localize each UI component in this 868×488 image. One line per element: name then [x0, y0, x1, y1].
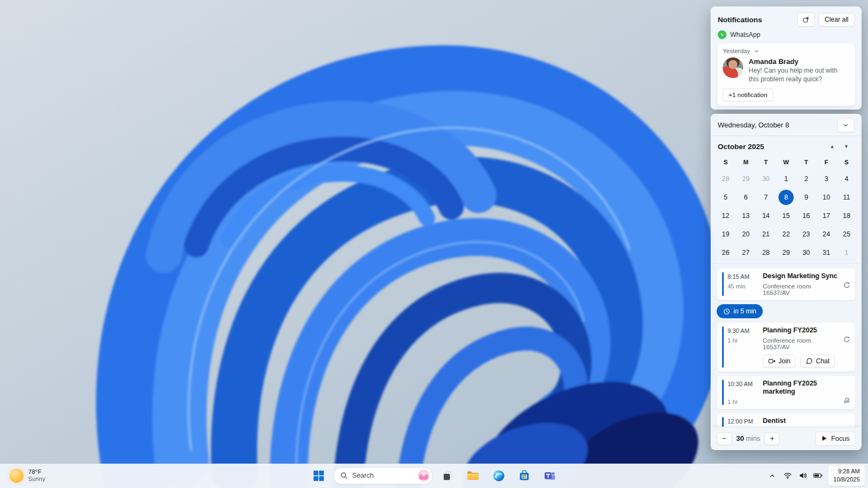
calendar-day-of-week: S: [837, 155, 857, 170]
more-notifications-button[interactable]: +1 notification: [723, 88, 773, 101]
calendar-day[interactable]: 21: [756, 225, 776, 243]
hidden-icons-button[interactable]: [765, 467, 779, 484]
teams-icon: [544, 470, 556, 481]
notification-card[interactable]: Yesterday Amanda Brady Hey! Can you help…: [717, 43, 856, 106]
event-card[interactable]: 12:00 PMDentist1 hrRedmond Dentistry: [717, 413, 856, 427]
chevron-up-icon: [769, 472, 776, 479]
chat-button[interactable]: Chat: [800, 355, 835, 368]
avatar: [723, 57, 743, 78]
notification-message-text: Hey! Can you help me out with this probl…: [749, 67, 847, 84]
battery-button[interactable]: [811, 467, 825, 484]
wifi-icon: [783, 471, 792, 480]
calendar-day[interactable]: 20: [736, 225, 756, 243]
calendar-day[interactable]: 7: [756, 188, 776, 207]
calendar-day[interactable]: 12: [716, 207, 736, 225]
calendar-day[interactable]: 19: [716, 225, 736, 243]
calendar-day[interactable]: 14: [756, 207, 776, 225]
calendar-day[interactable]: 4: [837, 170, 857, 188]
calendar-day[interactable]: 26: [716, 243, 736, 262]
start-button[interactable]: [308, 465, 329, 486]
battery-icon: [813, 471, 823, 480]
event-actions: JoinChat: [763, 355, 838, 368]
event-accent-bar: [722, 380, 724, 405]
clock-icon: [723, 308, 730, 315]
play-icon: [821, 435, 827, 441]
action-label: Chat: [816, 357, 829, 365]
calendar-day[interactable]: 13: [736, 207, 756, 225]
calendar-day[interactable]: 11: [837, 188, 857, 207]
notification-settings-button[interactable]: [797, 12, 815, 27]
calendar-day[interactable]: 29: [776, 243, 796, 262]
task-view-button[interactable]: [437, 465, 458, 486]
search-box[interactable]: Search: [333, 467, 433, 484]
calendar-day[interactable]: 31: [816, 243, 837, 262]
file-explorer-button[interactable]: [462, 465, 484, 486]
calendar-day[interactable]: 30: [796, 243, 816, 262]
calendar-day[interactable]: 29: [736, 170, 756, 188]
calendar-day-number: 21: [758, 227, 774, 242]
microsoft-store-button[interactable]: [513, 465, 535, 486]
event-card[interactable]: 10:30 AMPlanning FY2025 marketing1 hr: [717, 375, 856, 409]
calendar-day[interactable]: 22: [776, 225, 796, 243]
calendar-day[interactable]: 6: [736, 188, 756, 207]
event-title: Dentist: [763, 417, 838, 425]
notifications-title: Notifications: [718, 16, 794, 24]
calendar-prev-month-button[interactable]: ▲: [825, 144, 839, 149]
calendar-day[interactable]: 1: [776, 170, 796, 188]
calendar-day[interactable]: 27: [736, 243, 756, 262]
agenda-list[interactable]: 8:15 AMDesign Marketing Sync45 minConfer…: [711, 263, 861, 427]
event-card[interactable]: 9:30 AMPlanning FY20251 hrConference roo…: [717, 322, 856, 372]
event-location: Conference room 16537/AV: [763, 283, 838, 296]
event-card[interactable]: 8:15 AMDesign Marketing Sync45 minConfer…: [717, 268, 856, 300]
repeat-icon: [840, 280, 851, 289]
calendar-day-of-week: F: [816, 155, 837, 170]
calendar-day-selected[interactable]: 8: [776, 188, 796, 207]
calendar-day[interactable]: 5: [716, 188, 736, 207]
event-time: 8:15 AM: [727, 272, 761, 280]
notification-group-row[interactable]: Yesterday: [723, 48, 850, 54]
calendar-day[interactable]: 2: [796, 170, 816, 188]
volume-button[interactable]: [796, 467, 809, 484]
calendar-day[interactable]: 9: [796, 188, 816, 207]
calendar-day[interactable]: 28: [756, 243, 776, 262]
join-button[interactable]: Join: [763, 355, 796, 368]
event-title: Planning FY2025 marketing: [763, 380, 838, 396]
calendar-day[interactable]: 3: [816, 170, 837, 188]
calendar-day[interactable]: 17: [816, 207, 837, 225]
calendar-day-of-week: T: [756, 155, 776, 170]
wifi-button[interactable]: [781, 467, 794, 484]
clock[interactable]: 9:28 AM 10/8/2025: [828, 465, 865, 486]
calendar-next-month-button[interactable]: ▼: [839, 144, 853, 149]
clock-time: 9:28 AM: [833, 467, 860, 476]
calendar-day-number: 9: [799, 190, 814, 205]
focus-start-button[interactable]: Focus: [815, 432, 856, 446]
whatsapp-icon: [718, 30, 726, 39]
calendar-collapse-button[interactable]: [837, 118, 854, 132]
calendar-panel: Wednesday, October 8 October 2025 ▲ ▼ SM…: [711, 114, 861, 450]
focus-increase-button[interactable]: +: [764, 432, 780, 445]
event-time: 12:00 PM: [727, 417, 761, 425]
clear-all-button[interactable]: Clear all: [819, 13, 854, 27]
calendar-day[interactable]: 15: [776, 207, 796, 225]
calendar-date-header: Wednesday, October 8: [718, 121, 837, 129]
calendar-day[interactable]: 1: [837, 243, 857, 262]
calendar-day[interactable]: 25: [837, 225, 857, 243]
calendar-day[interactable]: 23: [796, 225, 816, 243]
edge-button[interactable]: [488, 465, 509, 486]
event-time: 10:30 AM: [727, 380, 761, 387]
weather-temperature: 78°F: [28, 468, 45, 476]
calendar-day[interactable]: 16: [796, 207, 816, 225]
event-title: Planning FY2025: [763, 326, 838, 335]
focus-decrease-button[interactable]: −: [717, 432, 732, 445]
calendar-day-number: 11: [839, 190, 854, 205]
teams-button[interactable]: [539, 465, 560, 486]
calendar-day[interactable]: 10: [816, 188, 837, 207]
calendar-day[interactable]: 28: [716, 170, 736, 188]
repeat-icon: [840, 335, 851, 343]
calendar-day[interactable]: 24: [816, 225, 837, 243]
upcoming-badge-label: in 5 min: [733, 307, 756, 315]
calendar-day[interactable]: 18: [837, 207, 857, 225]
weather-widget[interactable]: 78°F Sunny: [4, 465, 50, 486]
calendar-day[interactable]: 30: [756, 170, 776, 188]
calendar-day-number: 30: [758, 171, 774, 187]
